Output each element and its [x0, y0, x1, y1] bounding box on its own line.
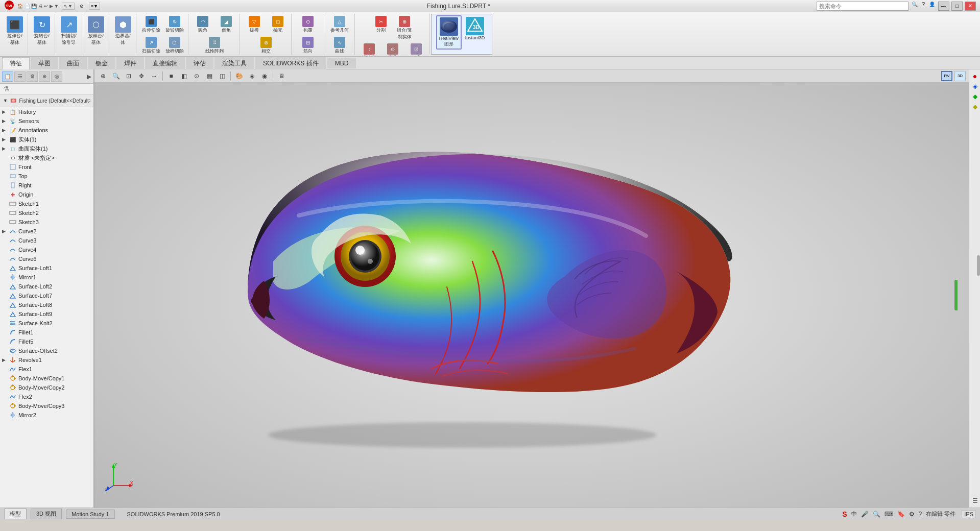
wireframe-btn[interactable]: ◧	[178, 71, 189, 81]
rs-display-btn[interactable]: ●	[970, 71, 979, 81]
help-icon[interactable]: ?	[921, 2, 926, 11]
tree-item-mirror2[interactable]: Mirror2	[0, 411, 93, 420]
maximize-button[interactable]: □	[951, 2, 963, 11]
ref-geometry-button[interactable]: △ 参考几何	[328, 15, 351, 35]
tree-item-sketch3[interactable]: Sketch3	[0, 218, 93, 227]
search-icon[interactable]: 🔍	[911, 2, 919, 11]
tab-direct-edit[interactable]: 直接编辑	[145, 57, 185, 69]
loft-cut-button[interactable]: ⬡ 放样切除	[163, 36, 186, 56]
tree-item-surface-loft7[interactable]: Surface-Loft7	[0, 291, 93, 300]
cursor-icon[interactable]: ↖▼	[62, 3, 75, 10]
tree-item-material[interactable]: ⚙ 材质 <未指定>	[0, 153, 93, 162]
zoom-in-btn[interactable]: 🔍	[110, 71, 122, 81]
realview-button[interactable]: RealView图形	[436, 15, 462, 50]
thicken-button[interactable]: ⊡ 包壳	[405, 42, 427, 57]
sweep-button[interactable]: ↗ 扫描切/除引导	[58, 15, 80, 47]
status-tab-3dview[interactable]: 3D 视图	[31, 509, 62, 519]
tree-item-bodymove3[interactable]: Body-Move/Copy3	[0, 401, 93, 411]
tree-item-revolve1[interactable]: ▶ Revolve1	[0, 355, 93, 365]
tree-item-surface-offset2[interactable]: Surface-Offset2	[0, 346, 93, 355]
status-search-icon[interactable]: 🔍	[873, 511, 880, 518]
tab-evaluate[interactable]: 评估	[186, 57, 213, 69]
tree-item-solid1[interactable]: ▶ ⬛ 实体(1)	[0, 135, 93, 144]
render-tools-btn[interactable]: ◉	[259, 71, 270, 81]
property-view-btn[interactable]: ☰	[14, 71, 26, 82]
viewport-green-tab[interactable]	[954, 280, 958, 310]
rs-green-btn[interactable]: ◆	[970, 92, 979, 101]
rib-button[interactable]: ⊟ 筋向	[297, 36, 319, 56]
status-bookmark-icon[interactable]: 🔖	[897, 511, 905, 518]
tree-item-sketch2[interactable]: Sketch2	[0, 208, 93, 218]
close-button[interactable]: ✕	[965, 2, 976, 11]
pattern-button[interactable]: ⠿ 线性阵列	[203, 36, 226, 56]
wrap-button[interactable]: ⊙ 包覆	[297, 15, 319, 35]
boundary-button[interactable]: ⬢ 边界基/体	[112, 15, 134, 47]
config-view-btn[interactable]: ⚙	[27, 71, 38, 82]
tab-surface[interactable]: 曲面	[59, 57, 87, 69]
tree-item-bodymove2[interactable]: Body-Move/Copy2	[0, 383, 93, 392]
tree-item-history[interactable]: ▶ 📋 History	[0, 107, 93, 116]
section-view-btn[interactable]: ▦	[204, 71, 215, 81]
appearance-btn[interactable]: 🎨	[233, 71, 245, 81]
tree-item-curve3[interactable]: Curve3	[0, 236, 93, 245]
3d-viewport[interactable]: ⊕ 🔍 ⊡ ✥ ↔ ■ ◧ ⊙ ▦ ◫ 🎨 ◈ ◉ 🖥 RV 3D	[94, 69, 969, 508]
status-keyboard-icon[interactable]: ⌨	[885, 511, 893, 518]
status-microphone-icon[interactable]: 🎤	[861, 511, 869, 518]
tree-item-surface1[interactable]: ▶ ◻ 曲面实体(1)	[0, 144, 93, 153]
tree-item-fillet1[interactable]: Fillet1	[0, 328, 93, 337]
tab-sheetmetal[interactable]: 钣金	[88, 57, 115, 69]
wrap2-button[interactable]: ⊙ 弯曲	[381, 42, 404, 57]
tab-sketch[interactable]: 草图	[31, 57, 58, 69]
loft-button[interactable]: ⬡ 放样台/基体	[85, 15, 107, 47]
minimize-button[interactable]: —	[938, 2, 949, 11]
tab-solidworks-plugins[interactable]: SOLIDWORKS 插件	[255, 57, 326, 69]
tab-render[interactable]: 渲染工具	[214, 57, 254, 69]
status-settings-icon[interactable]: ⚙	[909, 511, 915, 518]
filter-view-btn[interactable]: ⊕	[39, 71, 50, 82]
shaded-btn[interactable]: ■	[165, 71, 177, 81]
instant3d-indicator[interactable]: 3D	[954, 71, 966, 81]
tree-item-front[interactable]: Front	[0, 162, 93, 172]
tab-features[interactable]: 特征	[2, 57, 30, 69]
tab-weldments[interactable]: 焊件	[116, 57, 144, 69]
tree-item-right[interactable]: Right	[0, 181, 93, 190]
display-states-btn[interactable]: ◈	[246, 71, 257, 81]
draft-button[interactable]: ▽ 拔模	[243, 15, 266, 35]
user-icon[interactable]: 👤	[928, 2, 936, 11]
extrude-button[interactable]: ⬛ 拉伸台/基体	[4, 15, 26, 47]
pan-btn[interactable]: ✥	[136, 71, 147, 81]
tree-item-origin[interactable]: ✚ Origin	[0, 190, 93, 199]
tree-item-flex2[interactable]: Flex2	[0, 392, 93, 401]
tree-item-curve2[interactable]: ▶ Curve2	[0, 227, 93, 236]
tree-view-btn[interactable]: 📋	[2, 71, 13, 82]
rs-blue-btn[interactable]: ◈	[970, 82, 979, 91]
tree-item-surface-loft2[interactable]: Surface-Loft2	[0, 282, 93, 291]
tree-item-surface-loft1[interactable]: Surface-Loft1	[0, 263, 93, 273]
status-tab-motion[interactable]: Motion Study 1	[66, 510, 114, 519]
instant3d-button[interactable]: 3D Instant3D	[463, 15, 488, 50]
rs-settings-btn[interactable]: ☰	[970, 496, 979, 505]
tree-item-fillet5[interactable]: Fillet5	[0, 337, 93, 346]
rotate-btn[interactable]: ↔	[149, 71, 160, 81]
tree-item-bodymove1[interactable]: Body-Move/Copy1	[0, 374, 93, 383]
tree-root-node[interactable]: ▼ Fishing Lure (Default<<Default>_J	[0, 94, 93, 107]
model-viewport-canvas[interactable]: Y X Z	[94, 83, 969, 508]
display-view-btn[interactable]: ◎	[51, 71, 62, 82]
realview-indicator[interactable]: RV	[941, 71, 952, 81]
status-help-icon[interactable]: ?	[919, 511, 922, 518]
rs-yellow-btn[interactable]: ◆	[970, 102, 979, 111]
tree-item-mirror1[interactable]: Mirror1	[0, 273, 93, 282]
hidden-lines-btn[interactable]: ⊙	[191, 71, 202, 81]
revolve-cut-button[interactable]: ↻ 旋转切除	[163, 15, 186, 35]
fillet-button[interactable]: ◠ 圆角	[192, 15, 214, 35]
shell-button[interactable]: ◻ 抽壳	[267, 15, 289, 35]
curve-button[interactable]: ∿ 曲线	[328, 36, 351, 56]
tree-item-top[interactable]: Top	[0, 172, 93, 181]
tree-item-sensors[interactable]: ▶ 📡 Sensors	[0, 116, 93, 126]
move-copy-button[interactable]: ↕ 移动/复制实体	[358, 42, 380, 57]
split-button[interactable]: ✂ 分割	[370, 15, 392, 41]
tree-item-sketch1[interactable]: Sketch1	[0, 199, 93, 208]
tree-item-annotations[interactable]: ▶ 📝 Annotations	[0, 126, 93, 135]
tree-item-curve6[interactable]: Curve6	[0, 254, 93, 263]
options-icon[interactable]: ≡▼	[89, 3, 100, 10]
